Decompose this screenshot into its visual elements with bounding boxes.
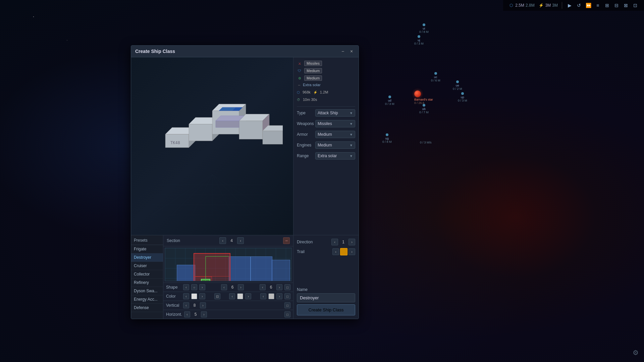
color-left-1[interactable]: ‹ [183,293,189,299]
range-dropdown-arrow: ▼ [350,154,353,158]
weapons-dropdown[interactable]: Missiles ▼ [315,120,355,127]
armor-stat-badge: Medium [304,68,322,73]
blueprint-section-4[interactable] [251,256,272,281]
weapons-dropdown-row: Weapons Missiles ▼ [297,120,355,127]
svg-marker-79 [239,121,263,139]
vertical-label: Vertical [166,303,181,308]
type-dropdown-row: Type Attack Ship ▼ [297,109,355,117]
color-right-2[interactable]: › [245,293,251,299]
direction-next-btn[interactable]: › [348,239,355,245]
shape-checkbox[interactable]: □ [284,284,290,290]
preset-destroyer[interactable]: Destroyer [131,253,163,262]
color-icon-1[interactable]: ⊡ [214,293,220,299]
section-next-btn[interactable]: › [237,237,244,244]
vertical-checkbox[interactable]: □ [284,302,290,308]
modal-close-btn[interactable]: × [348,48,355,54]
preset-dyson-swa[interactable]: Dyson Swa... [131,287,163,295]
armor-stat-icon: 🛡 [297,68,302,73]
engines-dropdown-row: Engines Medium ▼ [297,141,355,149]
color-icon-2[interactable]: □ [284,293,290,299]
direction-row: Direction ‹ 1 › [297,239,355,245]
modal-minimize-btn[interactable]: − [340,48,346,54]
shape-nav-left[interactable]: ‹ [183,284,189,290]
blueprint-section-1[interactable] [177,265,195,281]
blueprint-area[interactable] [165,248,292,281]
horizontal-left[interactable]: ‹ [184,311,190,317]
shape-value-2: 6 [268,285,274,290]
blueprint-section-3[interactable] [229,256,251,281]
bottom-section: Presets Frigate Destroyer Cruiser Collec… [131,235,359,319]
shape-label: Shape [166,285,181,290]
section-header: Section ‹ 4 › − [163,235,293,246]
color-swatch-1[interactable] [191,293,197,299]
presets-label: Presets [131,237,163,245]
vertical-left[interactable]: ‹ [183,302,189,308]
blueprint-section-5[interactable] [272,260,290,281]
svg-marker-82 [263,131,283,144]
direction-label: Direction [297,240,313,244]
preset-defense[interactable]: Defense [131,304,163,312]
color-label: Color [166,294,181,299]
color-swatch-2[interactable] [237,293,243,299]
stats-divider [297,106,355,107]
trail-nav: ‹ › [332,248,355,255]
color-left-3[interactable]: ‹ [260,293,266,299]
section-value: 4 [227,238,236,244]
preset-cruiser[interactable]: Cruiser [131,262,163,270]
engines-dropdown-arrow: ▼ [350,143,353,147]
color-right-1[interactable]: › [199,293,205,299]
build-time: 10m 30s [303,98,317,102]
name-section: Name Create Ship Class [297,287,355,315]
svg-marker-71 [189,124,212,141]
engine-stat-icon: ⚙ [297,75,302,81]
section-prev-btn[interactable]: ‹ [219,237,226,244]
modal-body: TK48 [131,57,359,235]
blueprint-selected-cell[interactable] [201,279,210,281]
shape-value-1: 6 [229,285,236,290]
name-input[interactable] [297,293,355,302]
editor-panel: Section ‹ 4 › − [163,235,293,319]
range-dropdown-label: Range [297,154,315,158]
type-dropdown[interactable]: Attack Ship ▼ [315,109,355,117]
horizontal-checkbox[interactable]: □ [284,311,290,317]
range-stat-label: Extra solar [303,83,321,87]
color-controls-row: Color ‹ › ⊡ ‹ › ‹ › □ [163,292,293,301]
presets-list: Frigate Destroyer Cruiser Collector Refi… [131,245,163,312]
create-ship-class-button[interactable]: Create Ship Class [297,304,355,315]
trail-next-btn[interactable]: › [348,248,355,255]
stat-armor-row: 🛡 Medium [297,68,355,73]
shape-nav-right[interactable]: › [199,284,205,290]
color-swatch-3[interactable] [268,293,274,299]
name-label: Name [297,287,355,292]
modal-overlay: Create Ship Class − × [0,0,644,362]
direction-value: 1 [339,239,347,245]
shape-icon-circle: ○ [191,284,197,290]
range-dropdown[interactable]: Extra solar ▼ [315,152,355,160]
armor-dropdown[interactable]: Medium ▼ [315,131,355,138]
energy-cost: 1.2M [320,90,328,94]
direction-prev-btn[interactable]: ‹ [331,239,338,245]
shape-val1-right[interactable]: › [238,284,244,290]
color-left-2[interactable]: ‹ [229,293,235,299]
shape-val1-left[interactable]: ‹ [221,284,227,290]
trail-color-swatch[interactable] [340,248,347,255]
preset-collector[interactable]: Collector [131,270,163,279]
type-dropdown-label: Type [297,111,315,115]
type-dropdown-value: Attack Ship [318,111,338,115]
preset-energy-acc[interactable]: Energy Acc... [131,295,163,304]
section-minimize-btn[interactable]: − [283,237,290,244]
preset-frigate[interactable]: Frigate [131,245,163,253]
preset-refinery[interactable]: Refinery [131,279,163,287]
time-row: ⏱ 10m 30s [297,98,355,102]
shape-val2-left[interactable]: ‹ [260,284,266,290]
shape-val2-right[interactable]: › [276,284,282,290]
vertical-right[interactable]: › [200,302,206,308]
vertical-value: 8 [191,303,198,308]
horizontal-label: Horizont. [166,312,182,317]
trail-prev-btn[interactable]: ‹ [332,248,339,255]
armor-dropdown-arrow: ▼ [350,133,353,136]
engines-dropdown[interactable]: Medium ▼ [315,141,355,149]
color-right-3[interactable]: › [276,293,282,299]
weapon-stat-icon: ⚔ [297,61,302,66]
horizontal-right[interactable]: › [201,311,207,317]
